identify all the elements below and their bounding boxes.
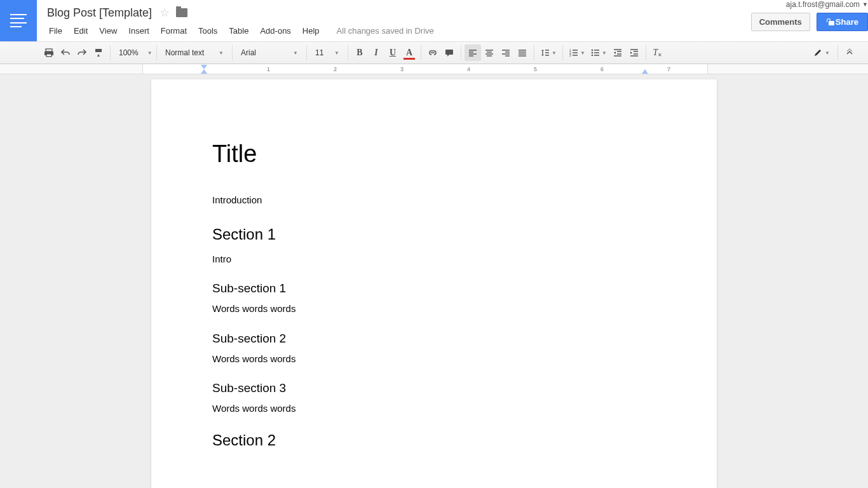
- paint-format-button[interactable]: [90, 44, 107, 61]
- size-value: 11: [315, 48, 323, 57]
- ruler[interactable]: 1 2 3 4 5 6 7: [0, 64, 868, 74]
- document-canvas[interactable]: Title Introduction Section 1 Intro Sub-s…: [0, 74, 868, 488]
- menu-table[interactable]: Table: [223, 24, 254, 38]
- menu-insert[interactable]: Insert: [123, 24, 155, 38]
- svg-text:3: 3: [569, 53, 571, 57]
- svg-rect-2: [46, 54, 51, 57]
- ruler-tick: 2: [334, 65, 337, 73]
- menu-addons[interactable]: Add-ons: [254, 24, 296, 38]
- caret-down-icon: ▼: [552, 50, 557, 56]
- indent-marker-right[interactable]: [642, 69, 648, 74]
- decrease-indent-button[interactable]: [609, 44, 626, 61]
- caret-down-icon: ▼: [862, 1, 868, 8]
- lock-icon: [826, 18, 832, 25]
- clear-formatting-button[interactable]: T✕: [649, 44, 666, 61]
- ruler-tick: 4: [467, 65, 470, 73]
- caret-down-icon: ▼: [293, 50, 298, 56]
- italic-button[interactable]: I: [368, 44, 384, 61]
- section-heading[interactable]: Section 1: [212, 226, 656, 243]
- toolbar-separator: [837, 45, 838, 60]
- ruler-tick: 3: [400, 65, 403, 73]
- ruler-inner: 1 2 3 4 5 6 7: [142, 64, 708, 74]
- share-button[interactable]: Share: [817, 13, 868, 31]
- svg-point-33: [592, 52, 593, 54]
- caret-down-icon: ▼: [580, 50, 585, 56]
- header-buttons: Comments Share: [751, 13, 868, 31]
- toolbar-separator: [461, 45, 461, 60]
- subsection-heading[interactable]: Sub-section 3: [212, 381, 656, 395]
- menu-help[interactable]: Help: [297, 24, 325, 38]
- undo-button[interactable]: [57, 44, 74, 61]
- font-select[interactable]: Arial ▼: [236, 44, 303, 61]
- svg-rect-5: [445, 50, 453, 55]
- paragraph-style-select[interactable]: Normal text ▼: [160, 44, 229, 61]
- toolbar-separator: [421, 45, 421, 60]
- section-intro[interactable]: Intro: [212, 252, 656, 267]
- subsection-body[interactable]: Words words words: [212, 402, 656, 416]
- align-justify-button[interactable]: [514, 44, 531, 61]
- font-size-select[interactable]: 11 ▼: [310, 44, 344, 61]
- docs-logo[interactable]: [0, 0, 37, 41]
- user-menu[interactable]: aja.t.frost@gmail.com ▼: [786, 0, 868, 9]
- menu-file[interactable]: File: [43, 24, 68, 38]
- document-title-input[interactable]: Blog Post [Template]: [43, 5, 156, 21]
- ruler-tick: 6: [600, 65, 604, 73]
- redo-button[interactable]: [74, 44, 90, 61]
- menu-view[interactable]: View: [93, 24, 123, 38]
- ruler-tick: 5: [534, 65, 537, 73]
- caret-down-icon: ▼: [334, 50, 339, 56]
- caret-down-icon: ▼: [602, 50, 607, 56]
- insert-comment-button[interactable]: [441, 44, 458, 61]
- toolbar-separator: [348, 45, 348, 60]
- caret-down-icon: ▼: [147, 50, 153, 56]
- menu-format[interactable]: Format: [155, 24, 193, 38]
- ruler-tick: 7: [667, 65, 670, 73]
- subsection-heading[interactable]: Sub-section 1: [212, 281, 656, 295]
- text-color-button[interactable]: A: [401, 44, 417, 61]
- app-header: Blog Post [Template] ☆ File Edit View In…: [0, 0, 868, 41]
- user-email-text: aja.t.frost@gmail.com: [786, 0, 860, 9]
- svg-rect-3: [95, 49, 102, 52]
- toolbar-separator: [232, 45, 233, 60]
- toolbar-separator: [646, 45, 646, 60]
- save-status: All changes saved in Drive: [337, 26, 434, 36]
- svg-point-34: [592, 55, 593, 57]
- numbered-list-button[interactable]: 123▼: [566, 44, 588, 61]
- zoom-select[interactable]: 100% ▼: [114, 44, 153, 61]
- align-left-button[interactable]: [465, 44, 481, 61]
- section-heading[interactable]: Section 2: [212, 431, 656, 449]
- svg-point-32: [592, 50, 593, 51]
- bulleted-list-button[interactable]: ▼: [588, 44, 609, 61]
- indent-marker-first-line[interactable]: [201, 65, 207, 69]
- subsection-body[interactable]: Words words words: [212, 302, 656, 316]
- insert-link-button[interactable]: [424, 44, 441, 61]
- doc-intro-paragraph[interactable]: Introduction: [212, 193, 656, 208]
- indent-marker-left[interactable]: [201, 69, 207, 74]
- underline-button[interactable]: U: [384, 44, 401, 61]
- subsection-body[interactable]: Words words words: [212, 352, 656, 367]
- collapse-toolbar-button[interactable]: [841, 44, 858, 61]
- font-value: Arial: [241, 48, 256, 57]
- subsection-heading[interactable]: Sub-section 2: [212, 332, 656, 346]
- toolbar-separator: [156, 45, 157, 60]
- star-icon[interactable]: ☆: [159, 6, 170, 20]
- menu-tools[interactable]: Tools: [193, 24, 223, 38]
- editing-mode-button[interactable]: ▼: [809, 44, 834, 61]
- doc-title-heading[interactable]: Title: [212, 140, 656, 168]
- title-row: Blog Post [Template] ☆: [43, 0, 751, 22]
- toolbar: 100% ▼ Normal text ▼ Arial ▼ 11 ▼ B I U …: [0, 41, 868, 64]
- increase-indent-button[interactable]: [626, 44, 642, 61]
- menu-edit[interactable]: Edit: [68, 24, 93, 38]
- print-button[interactable]: [41, 44, 57, 61]
- comments-button[interactable]: Comments: [751, 13, 810, 31]
- align-right-button[interactable]: [498, 44, 514, 61]
- align-center-button[interactable]: [481, 44, 498, 61]
- page[interactable]: Title Introduction Section 1 Intro Sub-s…: [151, 79, 717, 488]
- bold-button[interactable]: B: [351, 44, 368, 61]
- folder-icon[interactable]: [176, 8, 187, 17]
- style-value: Normal text: [165, 48, 204, 57]
- caret-down-icon: ▼: [219, 50, 224, 56]
- menu-bar: File Edit View Insert Format Tools Table…: [43, 22, 751, 39]
- header-right: aja.t.frost@gmail.com ▼ Comments Share: [751, 0, 868, 41]
- line-spacing-button[interactable]: ▼: [538, 44, 559, 61]
